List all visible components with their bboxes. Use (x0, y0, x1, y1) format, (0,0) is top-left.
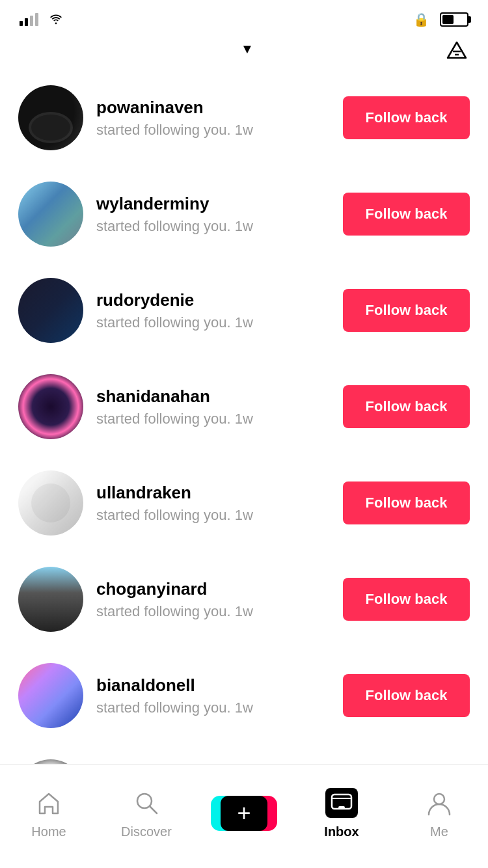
username: shanidanahan (96, 387, 330, 407)
battery-icon (440, 12, 468, 27)
activity-list: powaninaven started following you. 1w Fo… (0, 70, 488, 868)
svg-line-4 (150, 806, 157, 813)
header-title[interactable]: ▼ (234, 42, 254, 57)
activity-item-4: shanidanahan started following you. 1w F… (0, 359, 488, 455)
avatar (18, 85, 83, 150)
follow-back-button[interactable]: Follow back (343, 481, 470, 524)
svg-marker-0 (448, 42, 466, 58)
svg-point-8 (434, 794, 444, 804)
avatar (18, 470, 83, 536)
header: ▼ (0, 35, 488, 70)
activity-item-2: wylanderminy started following you. 1w F… (0, 166, 488, 262)
user-info: shanidanahan started following you. 1w (96, 387, 330, 427)
activity-item-5: ullandraken started following you. 1w Fo… (0, 455, 488, 551)
filter-icon[interactable] (445, 40, 468, 66)
home-icon (33, 787, 65, 819)
follow-back-button[interactable]: Follow back (343, 674, 470, 717)
search-icon (130, 787, 163, 819)
follow-back-button[interactable]: Follow back (343, 578, 470, 621)
nav-label-discover: Discover (121, 824, 172, 839)
chevron-down-icon: ▼ (241, 42, 254, 57)
avatar (18, 278, 83, 343)
activity-item-1: powaninaven started following you. 1w Fo… (0, 70, 488, 166)
activity-item-3: rudorydenie started following you. 1w Fo… (0, 262, 488, 359)
activity-item-6: choganyinard started following you. 1w F… (0, 551, 488, 647)
follow-action-text: started following you. 1w (96, 218, 330, 235)
svg-rect-7 (338, 806, 345, 809)
status-bar: 🔒 (0, 0, 488, 35)
nav-label-me: Me (430, 824, 448, 839)
nav-label-home: Home (31, 824, 66, 839)
add-button[interactable]: + (215, 793, 273, 834)
profile-icon (423, 787, 455, 819)
follow-back-button[interactable]: Follow back (343, 385, 470, 428)
wifi-icon (49, 14, 63, 25)
username: ullandraken (96, 483, 330, 503)
battery-container (436, 12, 468, 27)
avatar (18, 663, 83, 728)
user-info: ullandraken started following you. 1w (96, 483, 330, 524)
follow-back-button[interactable]: Follow back (343, 289, 470, 332)
follow-action-text: started following you. 1w (96, 699, 330, 716)
user-info: rudorydenie started following you. 1w (96, 290, 330, 331)
username: bianaldonell (96, 675, 330, 696)
nav-item-inbox[interactable]: Inbox (293, 787, 390, 839)
avatar (18, 567, 83, 632)
avatar (18, 182, 83, 247)
avatar (18, 374, 83, 439)
user-info: choganyinard started following you. 1w (96, 579, 330, 620)
bottom-nav: Home Discover + (0, 764, 488, 868)
plus-icon: + (237, 802, 251, 825)
inbox-icon (325, 787, 358, 819)
follow-action-text: started following you. 1w (96, 122, 330, 139)
username: choganyinard (96, 579, 330, 599)
lock-icon: 🔒 (413, 12, 429, 27)
follow-action-text: started following you. 1w (96, 603, 330, 620)
username: wylanderminy (96, 194, 330, 214)
follow-action-text: started following you. 1w (96, 411, 330, 427)
user-info: wylanderminy started following you. 1w (96, 194, 330, 235)
activity-item-7: bianaldonell started following you. 1w F… (0, 647, 488, 744)
nav-item-me[interactable]: Me (390, 787, 488, 839)
nav-item-add[interactable]: + (195, 793, 293, 834)
follow-back-button[interactable]: Follow back (343, 193, 470, 236)
nav-label-inbox: Inbox (324, 824, 359, 839)
follow-action-text: started following you. 1w (96, 314, 330, 331)
username: rudorydenie (96, 290, 330, 310)
signal-icon (20, 13, 38, 26)
status-right: 🔒 (413, 12, 468, 27)
user-info: bianaldonell started following you. 1w (96, 675, 330, 716)
status-left (20, 13, 63, 26)
username: powaninaven (96, 98, 330, 118)
follow-back-button[interactable]: Follow back (343, 96, 470, 139)
follow-action-text: started following you. 1w (96, 507, 330, 524)
user-info: powaninaven started following you. 1w (96, 98, 330, 139)
nav-item-discover[interactable]: Discover (98, 787, 195, 839)
nav-item-home[interactable]: Home (0, 787, 98, 839)
